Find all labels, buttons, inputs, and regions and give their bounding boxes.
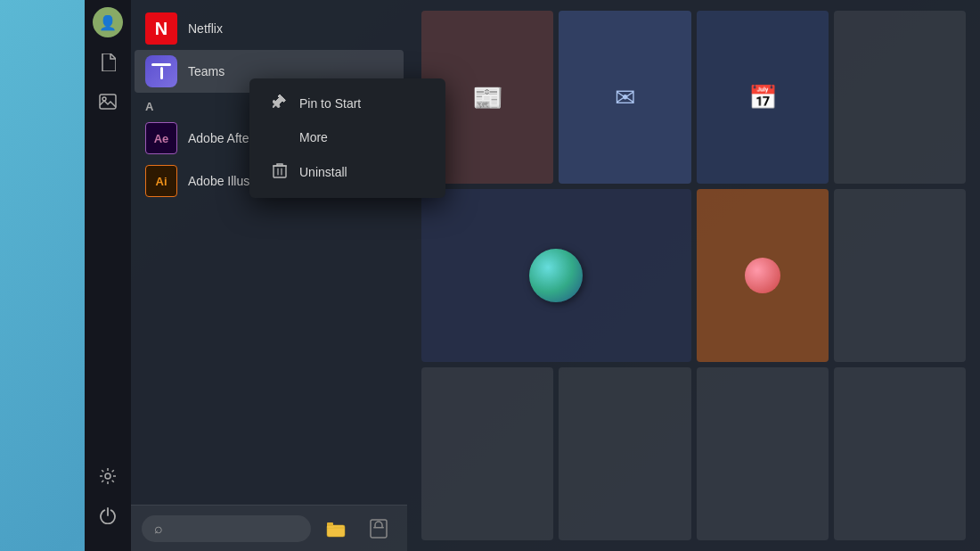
orange-circle-icon [745,258,780,293]
settings-icon[interactable] [90,458,126,494]
pin-icon [271,95,289,112]
uninstall-item[interactable]: Uninstall [253,153,442,191]
teams-icon [145,55,177,87]
svg-rect-6 [371,520,387,538]
app-label: Teams [188,64,225,78]
tile-mail[interactable]: ✉ [559,11,690,184]
adobe-ae-icon: Ae [145,122,177,154]
svg-point-2 [105,473,110,479]
news-icon: 📰 [472,83,503,112]
sidebar: 👤 [85,0,131,551]
tile-empty-1[interactable] [834,11,966,184]
svg-rect-0 [100,95,116,109]
svg-rect-5 [327,522,333,526]
power-icon[interactable] [90,498,126,533]
tile-empty-2[interactable] [834,189,966,362]
tile-empty-4[interactable] [559,367,690,540]
netflix-icon: N [145,12,177,45]
tile-empty-6[interactable] [834,367,966,540]
search-bar: ⌕ [131,505,407,551]
pin-to-start-label: Pin to Start [299,96,361,111]
context-menu: Pin to Start More Uninstall [249,78,445,198]
tiles-area: 📰 ✉ 📅 [407,0,980,551]
photos-icon[interactable] [90,84,126,119]
mail-icon: ✉ [615,83,635,112]
start-menu: 👤 [85,0,980,551]
pin-to-start-item[interactable]: Pin to Start [253,86,442,121]
more-label: More [299,130,328,144]
file-explorer-taskbar-icon[interactable] [318,511,354,547]
document-icon[interactable] [90,45,126,80]
tile-empty-3[interactable] [421,367,553,540]
calendar-icon: 📅 [748,84,777,111]
adobe-ai-icon: Ai [145,165,177,197]
trash-icon [271,162,289,182]
user-avatar[interactable]: 👤 [93,7,123,37]
store-taskbar-icon[interactable] [361,511,396,547]
tile-game[interactable] [421,189,691,362]
tile-empty-5[interactable] [697,367,829,540]
game-ball-icon [529,249,583,302]
uninstall-label: Uninstall [299,165,347,179]
search-icon: ⌕ [154,521,163,537]
app-list: N Netflix Teams A Ae Adobe After Effects [131,0,407,505]
svg-rect-8 [274,166,286,177]
search-input-wrapper[interactable]: ⌕ [142,515,311,542]
app-label: Netflix [188,21,223,36]
more-item[interactable]: More [253,121,442,153]
tile-calendar[interactable]: 📅 [697,11,829,184]
svg-rect-7 [373,527,384,529]
list-item[interactable]: N Netflix [135,7,404,50]
tile-app-orange[interactable] [697,189,829,362]
